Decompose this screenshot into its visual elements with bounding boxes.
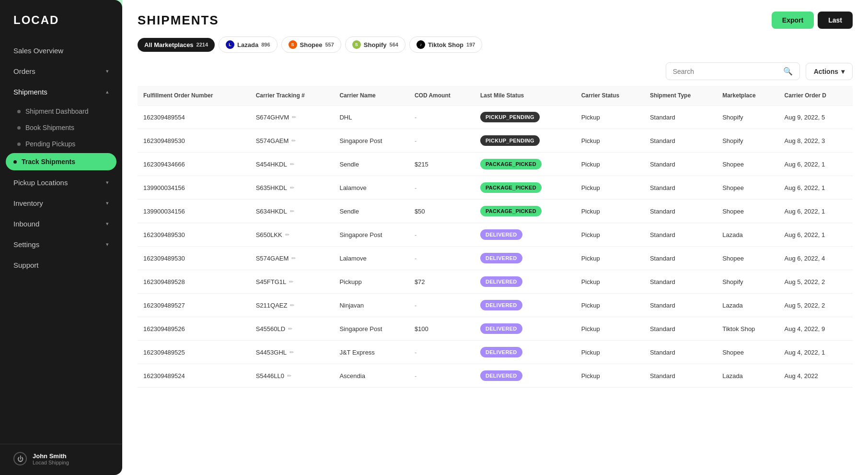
cell-order-number: 139900034156 (138, 200, 250, 223)
cell-order-number: 162309489525 (138, 341, 250, 364)
cell-tracking: S45560LD ✏ (250, 317, 334, 341)
cell-marketplace: Lazada (717, 294, 778, 317)
cell-carrier-order-date: Aug 6, 2022, 1 (779, 223, 853, 247)
sidebar-item-track-shipments[interactable]: Track Shipments (6, 153, 116, 170)
cell-carrier-order-date: Aug 9, 2022, 5 (779, 106, 853, 129)
cell-tracking: S635HKDL ✏ (250, 176, 334, 200)
edit-icon[interactable]: ✏ (291, 255, 296, 261)
table-row: 162309489527 S211QAEZ ✏ Ninjavan - DELIV… (138, 294, 853, 317)
cell-cod: - (409, 176, 475, 200)
tab-lazada[interactable]: L Lazada 896 (219, 36, 277, 53)
filter-bar: 🔍 Actions ▾ (122, 59, 868, 86)
edit-icon[interactable]: ✏ (285, 232, 289, 238)
table-row: 162309489530 S574GAEM ✏ Singapore Post -… (138, 129, 853, 153)
cell-shipment-type: Standard (644, 341, 717, 364)
export-button[interactable]: Export (772, 12, 814, 29)
shipments-submenu: Shipment Dashboard Book Shipments Pendin… (0, 102, 122, 172)
tab-count: 564 (390, 42, 398, 48)
cell-marketplace: Shopee (717, 200, 778, 223)
sidebar-item-pending-pickups[interactable]: Pending Pickups (0, 136, 122, 152)
edit-icon[interactable]: ✏ (287, 373, 291, 379)
tab-tiktok[interactable]: ♪ Tiktok Shop 197 (409, 36, 483, 53)
table-body: 162309489554 S674GHVM ✏ DHL - PICKUP_PEN… (138, 106, 853, 388)
cell-carrier-order-date: Aug 6, 2022, 1 (779, 153, 853, 176)
table-row: 139900034156 S635HKDL ✏ Lalamove - PACKA… (138, 176, 853, 200)
sidebar-item-settings[interactable]: Settings ▾ (0, 234, 122, 255)
cell-shipment-type: Standard (644, 223, 717, 247)
cell-cod: - (409, 364, 475, 388)
user-info: John Smith Locad Shipping (33, 452, 69, 465)
cell-carrier-order-date: Aug 4, 2022, 1 (779, 341, 853, 364)
cell-shipment-type: Standard (644, 364, 717, 388)
edit-icon[interactable]: ✏ (291, 138, 296, 144)
search-box: 🔍 (666, 62, 800, 80)
status-badge: DELIVERED (480, 347, 522, 357)
col-carrier-status: Carrier Status (576, 86, 644, 106)
tab-all-marketplaces[interactable]: All Marketplaces 2214 (138, 38, 215, 52)
cell-order-number: 162309489530 (138, 247, 250, 270)
cell-shipment-type: Standard (644, 294, 717, 317)
power-icon[interactable]: ⏻ (13, 452, 27, 465)
search-icon[interactable]: 🔍 (783, 67, 793, 76)
tab-count: 557 (325, 42, 334, 48)
cell-shipment-type: Standard (644, 317, 717, 341)
cell-marketplace: Shopify (717, 270, 778, 294)
edit-icon[interactable]: ✏ (290, 161, 294, 167)
search-input[interactable] (673, 68, 779, 75)
edit-icon[interactable]: ✏ (290, 208, 294, 214)
tab-count: 197 (466, 42, 475, 48)
sidebar-item-pickup-locations[interactable]: Pickup Locations ▾ (0, 172, 122, 193)
sidebar-item-book-shipments[interactable]: Book Shipments (0, 119, 122, 136)
user-name: John Smith (33, 452, 69, 460)
cell-carrier-status: Pickup (576, 317, 644, 341)
cell-carrier-status: Pickup (576, 153, 644, 176)
tab-shopify[interactable]: S Shopify 564 (345, 36, 405, 53)
cell-carrier-status: Pickup (576, 294, 644, 317)
actions-label: Actions (814, 68, 838, 75)
lazada-icon: L (226, 40, 234, 49)
actions-button[interactable]: Actions ▾ (806, 63, 853, 80)
cell-carrier-status: Pickup (576, 223, 644, 247)
status-badge: DELIVERED (480, 300, 522, 310)
cell-carrier-order-date: Aug 6, 2022, 1 (779, 200, 853, 223)
cell-order-number: 162309434666 (138, 153, 250, 176)
col-tracking: Carrier Tracking # (250, 86, 334, 106)
sidebar-item-support[interactable]: Support (0, 255, 122, 275)
cell-tracking: S5446LL0 ✏ (250, 364, 334, 388)
status-badge: DELIVERED (480, 229, 522, 240)
cell-shipment-type: Standard (644, 200, 717, 223)
cell-cod: $100 (409, 317, 475, 341)
cell-cod: - (409, 129, 475, 153)
edit-icon[interactable]: ✏ (288, 326, 292, 332)
sidebar-item-inventory[interactable]: Inventory ▾ (0, 193, 122, 214)
main-header: SHIPMENTS Export Last (122, 0, 868, 36)
cell-marketplace: Shopify (717, 106, 778, 129)
cell-carrier: Singapore Post (334, 317, 408, 341)
cell-carrier: Singapore Post (334, 129, 408, 153)
cell-carrier: Lalamove (334, 176, 408, 200)
table-row: 162309489554 S674GHVM ✏ DHL - PICKUP_PEN… (138, 106, 853, 129)
edit-icon[interactable]: ✏ (290, 302, 294, 309)
tab-shopee[interactable]: S Shopee 557 (281, 36, 341, 53)
sidebar-item-orders[interactable]: Orders ▾ (0, 61, 122, 82)
sidebar-item-shipments[interactable]: Shipments ▴ (0, 82, 122, 102)
status-badge: DELIVERED (480, 323, 522, 334)
cell-carrier-order-date: Aug 4, 2022, 9 (779, 317, 853, 341)
last-button[interactable]: Last (818, 12, 853, 29)
cell-shipment-type: Standard (644, 270, 717, 294)
sidebar-item-shipment-dashboard[interactable]: Shipment Dashboard (0, 103, 122, 119)
cell-last-mile-status: DELIVERED (475, 270, 576, 294)
edit-icon[interactable]: ✏ (289, 349, 294, 356)
dot-icon (17, 126, 21, 130)
tiktok-icon: ♪ (417, 40, 425, 49)
sidebar-item-inbound[interactable]: Inbound ▾ (0, 214, 122, 234)
tab-label: Lazada (237, 41, 258, 48)
edit-icon[interactable]: ✏ (289, 279, 293, 285)
edit-icon[interactable]: ✏ (292, 114, 296, 120)
status-badge: DELIVERED (480, 370, 522, 381)
cell-order-number: 162309489530 (138, 129, 250, 153)
shipments-table: Fulfillment Order Number Carrier Trackin… (138, 86, 853, 388)
sidebar-item-sales-overview[interactable]: Sales Overview (0, 40, 122, 61)
cell-marketplace: Shopee (717, 176, 778, 200)
edit-icon[interactable]: ✏ (290, 185, 294, 191)
